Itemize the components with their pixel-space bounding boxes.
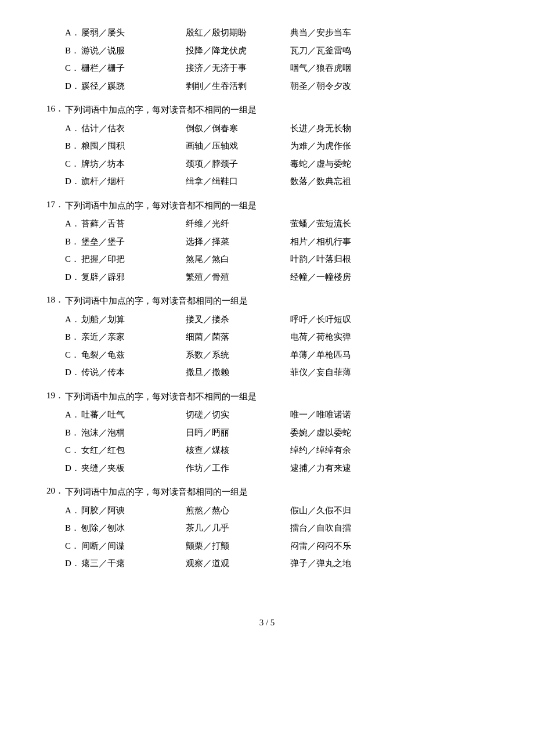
option-group-20-B-1: 茶几／几乎	[186, 521, 279, 536]
option-group-17-B-1: 选择／择菜	[186, 235, 279, 250]
option-group-19-D-1: 作坊／工作	[186, 461, 279, 476]
option-row-19-D: D． 夹缝／夹板 作坊／工作 逮捕／力有来逮	[65, 461, 488, 476]
option-group-16-D-0: 旗杆／烟杆	[81, 174, 174, 189]
option-group-19-B-1: 日眄／眄丽	[186, 426, 279, 441]
option-content-0-C: 栅栏／栅子 接济／无济于事 咽气／狼吞虎咽	[81, 61, 488, 76]
option-group-0-A-2: 典当／安步当车	[290, 26, 383, 41]
option-label-16-C: C．	[65, 157, 81, 172]
option-group-17-D-2: 经幢／一幢楼房	[290, 270, 383, 285]
option-label-16-D: D．	[65, 174, 81, 189]
option-row-18-A: A． 划船／划算 搂叉／搂杀 呼吁／长吁短叹	[65, 312, 488, 327]
option-group-17-D-0: 复辟／辟邪	[81, 270, 174, 285]
question-block-16: 16． 下列词语中加点的字，每对读音都不相同的一组是 A． 估计／估衣 倒叙／倒…	[46, 103, 488, 189]
option-group-16-A-0: 估计／估衣	[81, 121, 174, 136]
option-label-20-B: B．	[65, 521, 81, 536]
option-label-20-D: D．	[65, 556, 81, 571]
option-group-18-D-0: 传说／传本	[81, 365, 174, 380]
option-row-18-C: C． 龟裂／龟兹 系数／系统 单薄／单枪匹马	[65, 348, 488, 363]
option-group-20-D-1: 观察／道观	[186, 556, 279, 571]
option-row-16-C: C． 牌坊／坊本 颈项／脖颈子 毒蛇／虚与委蛇	[65, 157, 488, 172]
question-block-18: 18． 下列词语中加点的字，每对读音都相同的一组是 A． 划船／划算 搂叉／搂杀…	[46, 294, 488, 380]
option-label-19-A: A．	[65, 408, 81, 423]
option-label-20-C: C．	[65, 539, 81, 554]
option-label-17-C: C．	[65, 252, 81, 267]
option-group-20-A-2: 假山／久假不归	[290, 503, 383, 519]
option-group-18-B-2: 电荷／荷枪实弹	[290, 330, 383, 345]
option-content-16-C: 牌坊／坊本 颈项／脖颈子 毒蛇／虚与委蛇	[81, 157, 488, 172]
option-content-0-B: 游说／说服 投降／降龙伏虎 瓦刀／瓦釜雷鸣	[81, 44, 488, 59]
question-text-19: 下列词语中加点的字，每对读音都不相同的一组是	[65, 390, 488, 405]
option-group-17-A-2: 萤蟠／萤短流长	[290, 217, 383, 232]
option-group-17-D-1: 繁殖／骨殖	[186, 270, 279, 285]
option-row-0-C: C． 栅栏／栅子 接济／无济于事 咽气／狼吞虎咽	[65, 61, 488, 76]
option-content-19-D: 夹缝／夹板 作坊／工作 逮捕／力有来逮	[81, 461, 488, 476]
option-group-17-B-0: 堡垒／堡子	[81, 235, 174, 250]
option-group-18-A-0: 划船／划算	[81, 312, 174, 327]
option-content-18-D: 传说／传本 撒旦／撒赖 菲仪／妄自菲薄	[81, 365, 488, 380]
option-content-18-A: 划船／划算 搂叉／搂杀 呼吁／长吁短叹	[81, 312, 488, 327]
option-row-19-C: C． 女红／红包 核查／煤核 绰约／绰绰有余	[65, 443, 488, 458]
option-row-18-B: B． 亲近／亲家 细菌／菌落 电荷／荷枪实弹	[65, 330, 488, 345]
question-line-20: 20． 下列词语中加点的字，每对读音都相同的一组是	[46, 485, 488, 500]
option-label-18-A: A．	[65, 312, 81, 327]
option-group-16-C-0: 牌坊／坊本	[81, 157, 174, 172]
option-group-0-D-2: 朝圣／朝令夕改	[290, 79, 383, 94]
option-group-17-C-0: 把握／印把	[81, 252, 174, 267]
options-17: A． 苔藓／舌苔 纤维／光纤 萤蟠／萤短流长 B． 堡垒／堡子 选择／择菜 相片…	[65, 217, 488, 285]
option-group-18-B-1: 细菌／菌落	[186, 330, 279, 345]
option-row-20-A: A． 阿胶／阿谀 煎熬／熬心 假山／久假不归	[65, 503, 488, 519]
option-content-0-A: 屡弱／屡头 殷红／殷切期盼 典当／安步当车	[81, 26, 488, 41]
option-group-0-A-1: 殷红／殷切期盼	[186, 26, 279, 41]
question-number-18: 18．	[46, 294, 65, 305]
options-0: A． 屡弱／屡头 殷红／殷切期盼 典当／安步当车 B． 游说／说服 投降／降龙伏…	[65, 26, 488, 93]
option-label-20-A: A．	[65, 503, 81, 519]
option-group-20-B-2: 擂台／自吹自擂	[290, 521, 383, 536]
question-line-16: 16． 下列词语中加点的字，每对读音都不相同的一组是	[46, 103, 488, 118]
option-group-20-A-0: 阿胶／阿谀	[81, 503, 174, 519]
option-group-18-B-0: 亲近／亲家	[81, 330, 174, 345]
option-group-18-C-0: 龟裂／龟兹	[81, 348, 174, 363]
option-label-0-D: D．	[65, 79, 81, 94]
option-group-19-A-0: 吐蕃／吐气	[81, 408, 174, 423]
option-content-19-C: 女红／红包 核查／煤核 绰约／绰绰有余	[81, 443, 488, 458]
question-text-17: 下列词语中加点的字，每对读音都不相同的一组是	[65, 199, 488, 214]
option-group-19-A-2: 唯一／唯唯诺诺	[290, 408, 383, 423]
options-16: A． 估计／估衣 倒叙／倒春寒 长进／身无长物 B． 粮囤／囤积 画轴／压轴戏 …	[65, 121, 488, 189]
option-group-18-A-1: 搂叉／搂杀	[186, 312, 279, 327]
option-label-18-B: B．	[65, 330, 81, 345]
option-content-19-A: 吐蕃／吐气 切磋／切实 唯一／唯唯诺诺	[81, 408, 488, 423]
option-content-18-C: 龟裂／龟兹 系数／系统 单薄／单枪匹马	[81, 348, 488, 363]
option-content-16-D: 旗杆／烟杆 缉拿／缉鞋口 数落／数典忘祖	[81, 174, 488, 189]
question-text-20: 下列词语中加点的字，每对读音都相同的一组是	[65, 485, 488, 500]
option-group-18-D-2: 菲仪／妄自菲薄	[290, 365, 383, 380]
option-row-20-C: C． 间断／间谍 颤栗／打颤 闷雷／闷闷不乐	[65, 539, 488, 554]
options-18: A． 划船／划算 搂叉／搂杀 呼吁／长吁短叹 B． 亲近／亲家 细菌／菌落 电荷…	[65, 312, 488, 380]
option-group-18-A-2: 呼吁／长吁短叹	[290, 312, 383, 327]
option-group-20-D-2: 弹子／弹丸之地	[290, 556, 383, 571]
option-content-18-B: 亲近／亲家 细菌／菌落 电荷／荷枪实弹	[81, 330, 488, 345]
option-group-16-A-2: 长进／身无长物	[290, 121, 383, 136]
option-group-0-C-1: 接济／无济于事	[186, 61, 279, 76]
option-content-17-A: 苔藓／舌苔 纤维／光纤 萤蟠／萤短流长	[81, 217, 488, 232]
option-content-20-C: 间断／间谍 颤栗／打颤 闷雷／闷闷不乐	[81, 539, 488, 554]
option-group-18-C-2: 单薄／单枪匹马	[290, 348, 383, 363]
option-group-19-D-0: 夹缝／夹板	[81, 461, 174, 476]
question-number-20: 20．	[46, 485, 65, 496]
exam-content: A． 屡弱／屡头 殷红／殷切期盼 典当／安步当车 B． 游说／说服 投降／降龙伏…	[46, 26, 488, 571]
option-content-20-A: 阿胶／阿谀 煎熬／熬心 假山／久假不归	[81, 503, 488, 519]
option-row-0-B: B． 游说／说服 投降／降龙伏虎 瓦刀／瓦釜雷鸣	[65, 44, 488, 59]
option-row-17-C: C． 把握／印把 煞尾／煞白 叶韵／叶落归根	[65, 252, 488, 267]
option-row-19-B: B． 泡沫／泡桐 日眄／眄丽 委婉／虚以委蛇	[65, 426, 488, 441]
option-row-16-D: D． 旗杆／烟杆 缉拿／缉鞋口 数落／数典忘祖	[65, 174, 488, 189]
question-line-17: 17． 下列词语中加点的字，每对读音都不相同的一组是	[46, 199, 488, 214]
option-row-0-D: D． 蹊径／蹊跷 剥削／生吞活剥 朝圣／朝令夕改	[65, 79, 488, 94]
option-group-20-C-0: 间断／间谍	[81, 539, 174, 554]
option-group-0-B-2: 瓦刀／瓦釜雷鸣	[290, 44, 383, 59]
option-group-17-B-2: 相片／相机行事	[290, 235, 383, 250]
question-number-19: 19．	[46, 390, 65, 401]
option-group-20-D-0: 瘪三／干瘪	[81, 556, 174, 571]
option-group-16-D-1: 缉拿／缉鞋口	[186, 174, 279, 189]
option-label-17-D: D．	[65, 270, 81, 285]
option-group-0-A-0: 屡弱／屡头	[81, 26, 174, 41]
question-text-16: 下列词语中加点的字，每对读音都不相同的一组是	[65, 103, 488, 118]
